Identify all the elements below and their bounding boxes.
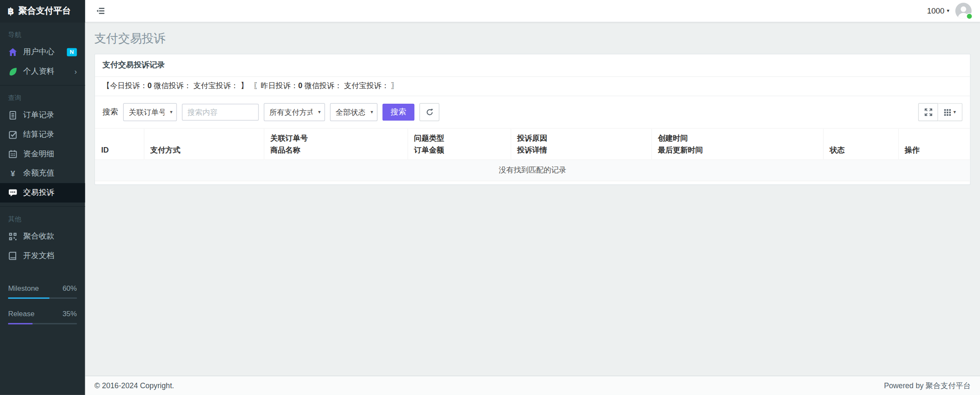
sidebar-item-label: 个人资料 <box>23 66 55 77</box>
sidebar-item-fund-details[interactable]: 资金明细 <box>0 145 85 164</box>
file-list-icon <box>8 111 17 120</box>
search-toolbar: 搜索 关联订单号 ▾ 所有支付方式 ▾ 全部状态 <box>95 96 970 128</box>
comment-icon <box>8 188 17 198</box>
release-value: 35% <box>62 310 77 317</box>
pay-method-select-wrap: 所有支付方式 ▾ <box>264 103 325 121</box>
nav-section-label: 查询 <box>0 88 85 106</box>
user-id: 1000 <box>927 6 944 15</box>
nav-section-query: 查询 订单记录 结算记录 资金明细 ¥ <box>0 85 85 203</box>
complaints-table: ID 支付方式 关联订单号商品名称 问题类型订单金额 投诉原因投诉详情 创建时间… <box>95 128 970 181</box>
sidebar-item-profile[interactable]: 个人资料 › <box>0 62 85 81</box>
table-header-row: ID 支付方式 关联订单号商品名称 问题类型订单金额 投诉原因投诉详情 创建时间… <box>95 128 970 160</box>
release-bar <box>8 323 32 324</box>
calendar-icon <box>8 149 17 159</box>
complaints-panel: 支付交易投诉记录 【今日投诉：0 微信投诉： 支付宝投诉： 】 〖昨日投诉：0 … <box>95 54 971 185</box>
search-input[interactable] <box>182 104 259 121</box>
topbar: 1000 ▾ <box>85 0 980 22</box>
col-pay-method: 支付方式 <box>144 128 264 160</box>
sidebar-progress: Milestone 60% Release 35% <box>8 284 77 324</box>
caret-down-icon: ▾ <box>947 8 949 14</box>
empty-row: 没有找到匹配的记录 <box>95 160 970 181</box>
release-track <box>8 323 77 324</box>
search-field-select-wrap: 关联订单号 ▾ <box>123 103 177 121</box>
no-records-message: 没有找到匹配的记录 <box>95 160 970 181</box>
footer: © 2016-2024 Copyright. Powered by 聚合支付平台 <box>85 376 980 395</box>
sidebar-item-label: 聚合收款 <box>23 231 55 242</box>
sidebar: ฿ 聚合支付平台 导航 用户中心 N 个人资料 › 查询 <box>0 0 85 395</box>
stats-today: 【今日投诉：0 微信投诉： 支付宝投诉： 】 <box>103 81 248 90</box>
table-toolbar: ▾ <box>918 103 963 121</box>
col-created-time: 创建时间最后更新时间 <box>651 128 823 160</box>
columns-grid-icon <box>944 108 952 116</box>
brand-name: 聚合支付平台 <box>18 6 71 17</box>
nav-section-label: 其他 <box>0 209 85 227</box>
refresh-button[interactable] <box>419 103 439 121</box>
panel-title: 支付交易投诉记录 <box>95 54 970 77</box>
footer-brand: 聚合支付平台 <box>926 381 971 390</box>
stats-yesterday: 〖昨日投诉：0 微信投诉： 支付宝投诉： 〗 <box>253 81 398 90</box>
col-complaint-reason: 投诉原因投诉详情 <box>511 128 651 160</box>
sidebar-toggle-button[interactable] <box>85 0 117 22</box>
bitcoin-icon: ฿ <box>8 6 14 17</box>
sidebar-item-settlement-records[interactable]: 结算记录 <box>0 125 85 145</box>
milestone-value: 60% <box>62 284 77 292</box>
col-order-no: 关联订单号商品名称 <box>264 128 407 160</box>
sidebar-item-label: 订单记录 <box>23 110 55 121</box>
refresh-icon <box>425 108 433 116</box>
columns-button[interactable]: ▾ <box>938 103 963 121</box>
new-badge: N <box>67 48 77 56</box>
col-issue-type: 问题类型订单金额 <box>407 128 510 160</box>
sidebar-item-label: 开发文档 <box>23 250 55 261</box>
search-field-select[interactable]: 关联订单号 <box>124 104 176 120</box>
sidebar-item-user-center[interactable]: 用户中心 N <box>0 42 85 62</box>
complaint-stats: 【今日投诉：0 微信投诉： 支付宝投诉： 】 〖昨日投诉：0 微信投诉： 支付宝… <box>95 77 970 96</box>
search-button[interactable]: 搜索 <box>382 104 414 121</box>
status-select[interactable]: 全部状态 <box>331 104 377 120</box>
release-label: Release <box>8 310 34 317</box>
copyright-text: © 2016-2024 Copyright. <box>95 381 174 390</box>
app-root: ฿ 聚合支付平台 导航 用户中心 N 个人资料 › 查询 <box>0 0 980 395</box>
fullscreen-icon <box>924 108 932 116</box>
page-title: 支付交易投诉 <box>95 31 971 47</box>
avatar[interactable] <box>955 3 972 19</box>
check-square-icon <box>8 130 17 139</box>
sidebar-item-order-records[interactable]: 订单记录 <box>0 106 85 125</box>
fullscreen-button[interactable] <box>918 103 938 121</box>
milestone-bar <box>8 298 49 299</box>
col-status: 状态 <box>823 128 898 160</box>
online-status-dot <box>966 13 973 19</box>
topbar-right: 1000 ▾ <box>927 3 980 19</box>
yesterday-count: 0 <box>298 81 302 90</box>
sidebar-toggle-icon <box>96 7 105 15</box>
sidebar-item-label: 余额充值 <box>23 168 55 179</box>
chevron-right-icon: › <box>74 68 77 75</box>
milestone-track <box>8 298 77 299</box>
home-icon <box>8 47 17 57</box>
release-progress: Release 35% <box>8 310 77 324</box>
col-actions: 操作 <box>898 128 970 160</box>
pay-method-select[interactable]: 所有支付方式 <box>264 104 325 120</box>
sidebar-item-dev-docs[interactable]: 开发文档 <box>0 246 85 266</box>
sidebar-item-label: 结算记录 <box>23 129 55 140</box>
col-id: ID <box>95 128 144 160</box>
brand-logo[interactable]: ฿ 聚合支付平台 <box>0 0 85 22</box>
nav-section-other: 其他 聚合收款 开发文档 <box>0 206 85 266</box>
main-content: 支付交易投诉 支付交易投诉记录 【今日投诉：0 微信投诉： 支付宝投诉： 】 〖… <box>85 22 980 376</box>
qrcode-icon <box>8 232 17 241</box>
book-icon <box>8 251 17 261</box>
leaf-icon <box>8 67 17 76</box>
sidebar-item-transaction-complaints[interactable]: 交易投诉 <box>0 183 85 203</box>
status-select-wrap: 全部状态 ▾ <box>330 103 378 121</box>
milestone-label: Milestone <box>8 284 39 292</box>
sidebar-item-aggregate-collection[interactable]: 聚合收款 <box>0 227 85 246</box>
today-count: 0 <box>148 81 152 90</box>
powered-by: Powered by 聚合支付平台 <box>884 380 971 391</box>
nav-section-main: 导航 用户中心 N 个人资料 › <box>0 22 85 81</box>
sidebar-item-label: 用户中心 <box>23 47 55 58</box>
caret-down-icon: ▾ <box>953 109 956 115</box>
yen-icon: ¥ <box>8 169 17 178</box>
user-dropdown[interactable]: 1000 ▾ <box>927 6 949 15</box>
sidebar-item-balance-recharge[interactable]: ¥ 余额充值 <box>0 164 85 183</box>
nav-section-label: 导航 <box>0 25 85 42</box>
card-bottom-padding <box>95 181 970 184</box>
